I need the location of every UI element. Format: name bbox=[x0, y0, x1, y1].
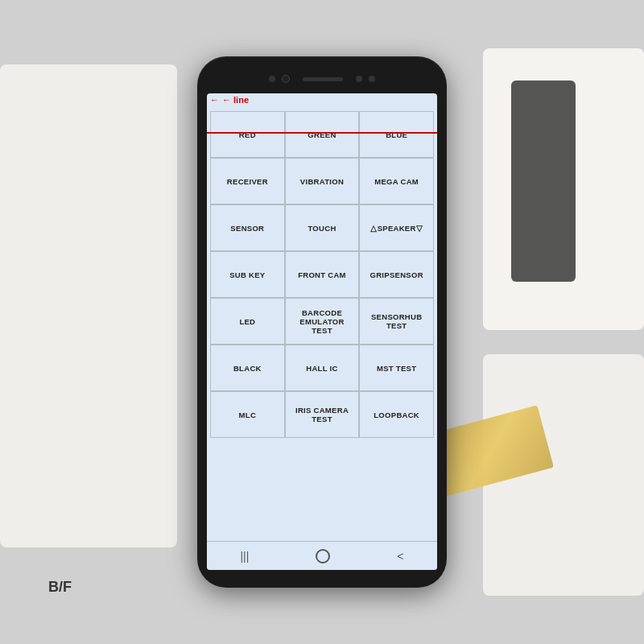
test-cell-hall-ic[interactable]: HALL IC bbox=[285, 345, 360, 391]
test-cell-red[interactable]: RED bbox=[210, 111, 285, 158]
sensor-dot-2 bbox=[356, 76, 362, 82]
sensor-dot bbox=[269, 76, 275, 82]
indicator-dot bbox=[369, 76, 375, 82]
test-cell-mlc[interactable]: MLC bbox=[210, 391, 285, 438]
label-bf: B/F bbox=[48, 579, 72, 596]
test-cell-mega-cam[interactable]: MEGA CAM bbox=[359, 158, 434, 204]
foam-prop-left bbox=[0, 64, 177, 547]
test-grid: REDGREENBLUERECEIVERVIBRATIONMEGA CAMSEN… bbox=[210, 111, 434, 438]
line-label-text: ← line bbox=[222, 95, 249, 105]
test-cell-vibration[interactable]: VIBRATION bbox=[285, 158, 360, 204]
arrow-left-icon: ← bbox=[210, 95, 219, 105]
test-cell-sub-key[interactable]: SUB KEY bbox=[210, 251, 285, 298]
phone-top-bar bbox=[205, 68, 439, 90]
test-cell-sensor[interactable]: SENSOR bbox=[210, 204, 285, 251]
test-cell-black[interactable]: BLACK bbox=[210, 345, 285, 391]
test-cell-touch[interactable]: TOUCH bbox=[285, 204, 360, 251]
test-cell-receiver[interactable]: RECEIVER bbox=[210, 158, 285, 204]
bottom-navigation: ||| < bbox=[207, 541, 437, 570]
nav-home-icon[interactable] bbox=[316, 549, 330, 564]
nav-recent-icon[interactable]: < bbox=[397, 550, 403, 563]
phone-device: ← ← line REDGREENBLUERECEIVERVIBRATIONME… bbox=[197, 56, 447, 588]
red-line-defect bbox=[207, 132, 437, 134]
test-cell-speaker[interactable]: △SPEAKER▽ bbox=[359, 204, 434, 251]
test-cell-barcode-emulator[interactable]: BARCODE EMULATOR TEST bbox=[285, 298, 360, 345]
phone-screen: ← ← line REDGREENBLUERECEIVERVIBRATIONME… bbox=[207, 93, 437, 570]
nav-back-icon[interactable]: ||| bbox=[240, 550, 249, 563]
screen-content: REDGREENBLUERECEIVERVIBRATIONMEGA CAMSEN… bbox=[207, 105, 437, 541]
phone-bottom-bar bbox=[205, 570, 439, 578]
test-cell-blue[interactable]: BLUE bbox=[359, 111, 434, 158]
test-cell-led[interactable]: LED bbox=[210, 298, 285, 345]
test-cell-green[interactable]: GREEN bbox=[285, 111, 360, 158]
front-camera-dot bbox=[282, 75, 290, 83]
test-cell-mst-test[interactable]: MST TEST bbox=[359, 345, 434, 391]
test-cell-sensorhub[interactable]: SENSORHUB TEST bbox=[359, 298, 434, 345]
test-cell-gripsensor[interactable]: GRIPSENSOR bbox=[359, 251, 434, 298]
line-annotation: ← ← line bbox=[207, 93, 437, 105]
test-cell-loopback[interactable]: LOOPBACK bbox=[359, 391, 434, 438]
earpiece-speaker bbox=[303, 77, 343, 81]
test-cell-front-cam[interactable]: FRONT CAM bbox=[285, 251, 360, 298]
test-cell-iris-camera[interactable]: IRIS CAMERA TEST bbox=[285, 391, 360, 438]
front-camera-area bbox=[269, 75, 375, 83]
pcb-component bbox=[511, 80, 576, 282]
